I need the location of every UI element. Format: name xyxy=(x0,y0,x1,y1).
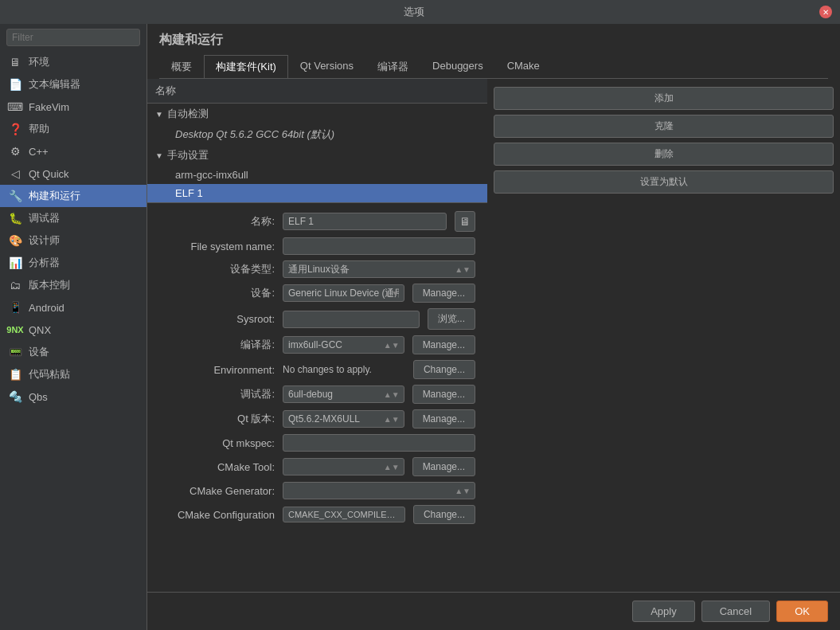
sidebar-item-build-run[interactable]: 🔧 构建和运行 xyxy=(0,185,147,207)
kit-item-desktop-qt[interactable]: Desktop Qt 5.6.2 GCC 64bit (默认) xyxy=(147,124,487,145)
tab-kits[interactable]: 构建套件(Kit) xyxy=(204,55,288,78)
form-row-cmake-tool: CMake Tool: ▲▼ Manage... xyxy=(159,457,475,476)
sidebar-item-cpp[interactable]: ⚙ C++ xyxy=(0,140,147,162)
sidebar-item-label: 构建和运行 xyxy=(29,189,80,203)
sidebar-item-text-editor[interactable]: 📄 文本编辑器 xyxy=(0,73,147,96)
filter-input[interactable] xyxy=(6,29,140,46)
environment-icon: 🖥 xyxy=(8,55,22,69)
cmake-config-change-button[interactable]: Change... xyxy=(413,505,475,524)
compiler-select[interactable]: imx6ull-GCC xyxy=(283,336,404,354)
sidebar-item-label: 设计师 xyxy=(29,233,60,248)
sidebar-item-label: 分析器 xyxy=(29,256,60,270)
cancel-button[interactable]: Cancel xyxy=(701,601,770,622)
sidebar-item-analyzer[interactable]: 📊 分析器 xyxy=(0,252,147,274)
sidebar-item-qbs[interactable]: 🔩 Qbs xyxy=(0,385,147,408)
window-title: 选项 xyxy=(8,5,819,19)
kit-group-label: 手动设置 xyxy=(167,148,209,162)
sidebar-item-label: Qbs xyxy=(29,391,48,403)
close-button[interactable]: ✕ xyxy=(819,6,832,18)
environment-value: No changes to apply. xyxy=(283,364,405,375)
kit-group-manual: ▼ 手动设置 xyxy=(147,145,487,166)
qt-version-manage-button[interactable]: Manage... xyxy=(412,409,475,428)
qt-version-label: Qt 版本: xyxy=(159,412,275,426)
debugger-manage-button[interactable]: Manage... xyxy=(412,385,475,404)
arrow-icon-manual: ▼ xyxy=(155,151,163,160)
tab-debuggers[interactable]: Debuggers xyxy=(420,55,495,78)
sidebar-item-devices[interactable]: 📟 设备 xyxy=(0,341,147,363)
sysroot-browse-button[interactable]: 浏览... xyxy=(428,308,475,330)
sidebar-item-label: C++ xyxy=(29,146,49,158)
devices-icon: 📟 xyxy=(8,345,22,359)
main-window: 选项 ✕ 🖥 环境 📄 文本编辑器 ⌨ FakeVim ❓ 帮助 ⚙ xyxy=(0,0,840,630)
cmake-tool-select[interactable] xyxy=(283,458,404,475)
compiler-manage-button[interactable]: Manage... xyxy=(412,335,475,354)
sidebar-item-qt-quick[interactable]: ◁ Qt Quick xyxy=(0,162,147,185)
filesystem-input[interactable] xyxy=(283,237,475,255)
sidebar-item-debugger[interactable]: 🐛 调试器 xyxy=(0,207,147,229)
sidebar-item-environment[interactable]: 🖥 环境 xyxy=(0,51,147,73)
cmake-generator-select[interactable] xyxy=(283,482,475,499)
cmake-tool-label: CMake Tool: xyxy=(159,461,275,473)
sidebar-item-label: 文本编辑器 xyxy=(29,77,80,92)
tab-bar: 概要 构建套件(Kit) Qt Versions 编译器 Debuggers C… xyxy=(159,55,828,79)
form-row-name: 名称: 🖥 xyxy=(159,211,475,232)
code-paste-icon: 📋 xyxy=(8,367,22,382)
remove-kit-button[interactable]: 删除 xyxy=(494,143,834,166)
debugger-select[interactable]: 6ull-debug xyxy=(283,385,404,403)
sidebar-item-fakevim[interactable]: ⌨ FakeVim xyxy=(0,96,147,118)
tab-cmake[interactable]: CMake xyxy=(495,55,552,78)
filesystem-label: File system name: xyxy=(159,241,275,252)
sidebar-item-designer[interactable]: 🎨 设计师 xyxy=(0,229,147,252)
name-label: 名称: xyxy=(159,214,275,229)
kit-group-auto: ▼ 自动检测 xyxy=(147,104,487,124)
sysroot-label: Sysroot: xyxy=(159,313,275,325)
kit-list-section: 名称 ▼ 自动检测 Desktop Qt 5.6.2 GCC 64bit (默认… xyxy=(147,79,487,203)
cmake-generator-label: CMake Generator: xyxy=(159,485,275,497)
qt-version-select[interactable]: Qt5.6.2-MX6ULL xyxy=(283,410,404,428)
clone-kit-button[interactable]: 克隆 xyxy=(494,115,834,138)
form-row-sysroot: Sysroot: 浏览... xyxy=(159,308,475,330)
device-type-label: 设备类型: xyxy=(159,262,275,276)
form-row-qt-version: Qt 版本: Qt5.6.2-MX6ULL ▲▼ Manage... xyxy=(159,409,475,428)
device-manage-button[interactable]: Manage... xyxy=(412,284,475,303)
tab-overview[interactable]: 概要 xyxy=(159,55,204,78)
sidebar-item-label: QNX xyxy=(29,324,51,336)
vcs-icon: 🗂 xyxy=(8,278,22,292)
kit-group-label: 自动检测 xyxy=(167,107,209,121)
ok-button[interactable]: OK xyxy=(776,601,828,622)
arrow-icon: ▼ xyxy=(155,110,163,119)
page-title: 构建和运行 xyxy=(159,32,828,49)
environment-change-button[interactable]: Change... xyxy=(413,360,475,379)
debugger-label: 调试器: xyxy=(159,387,275,401)
build-run-icon: 🔧 xyxy=(8,189,22,203)
tab-compilers[interactable]: 编译器 xyxy=(365,55,420,78)
sidebar-item-label: Android xyxy=(29,302,64,314)
sidebar-item-vcs[interactable]: 🗂 版本控制 xyxy=(0,274,147,296)
sysroot-input[interactable] xyxy=(283,311,420,328)
form-row-debugger: 调试器: 6ull-debug ▲▼ Manage... xyxy=(159,385,475,404)
device-select[interactable]: Generic Linux Device (通用Linux 类型的默认设备) xyxy=(283,284,404,302)
sidebar-item-android[interactable]: 📱 Android xyxy=(0,296,147,319)
qt-mkspec-input[interactable] xyxy=(283,434,475,452)
tab-qt-versions[interactable]: Qt Versions xyxy=(288,55,365,78)
bottom-bar: Apply Cancel OK xyxy=(147,592,840,630)
cmake-tool-manage-button[interactable]: Manage... xyxy=(412,457,475,476)
qnx-icon: 9NX xyxy=(8,323,22,337)
sidebar-item-label: FakeVim xyxy=(29,101,69,113)
add-kit-button[interactable]: 添加 xyxy=(494,87,834,110)
set-default-kit-button[interactable]: 设置为默认 xyxy=(494,170,834,194)
device-type-select[interactable]: 通用Linux设备 xyxy=(283,260,475,278)
name-input[interactable] xyxy=(283,213,447,230)
cmake-config-value: CMAKE_CXX_COMPILER:STRING=%{Compiler:Exe… xyxy=(283,507,405,522)
sidebar-item-label: 帮助 xyxy=(29,122,49,136)
apply-button[interactable]: Apply xyxy=(632,601,695,622)
sidebar-item-help[interactable]: ❓ 帮助 xyxy=(0,118,147,140)
sidebar-item-code-paste[interactable]: 📋 代码粘贴 xyxy=(0,363,147,385)
kit-item-elf1[interactable]: ELF 1 xyxy=(147,184,487,202)
kit-item-arm-gcc[interactable]: arm-gcc-imx6ull xyxy=(147,166,487,184)
cpp-icon: ⚙ xyxy=(8,144,22,158)
kit-main-area: 名称 ▼ 自动检测 Desktop Qt 5.6.2 GCC 64bit (默认… xyxy=(147,79,487,592)
debugger-icon: 🐛 xyxy=(8,211,22,225)
sidebar-item-qnx[interactable]: 9NX QNX xyxy=(0,319,147,341)
monitor-icon-button[interactable]: 🖥 xyxy=(455,211,475,232)
